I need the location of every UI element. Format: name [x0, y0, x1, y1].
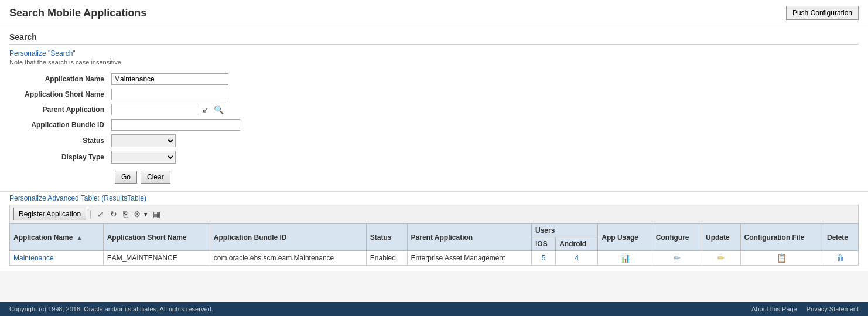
parent-app-clear-icon[interactable]: ↙ [200, 104, 211, 115]
th-android-label: Android [559, 240, 586, 248]
display-type-label: Display Type [21, 149, 108, 165]
parent-application-cell: ↙ 🔍 [108, 102, 244, 117]
parent-application-value: Enterprise Asset Management [411, 254, 505, 262]
th-app-usage-label: App Usage [602, 233, 638, 242]
parent-app-search-icon[interactable]: 🔍 [212, 104, 225, 115]
android-count-link[interactable]: 4 [575, 254, 579, 262]
refresh-icon[interactable]: ↻ [108, 209, 119, 219]
parent-application-row: Parent Application ↙ 🔍 [21, 102, 244, 117]
personalize-advanced-link[interactable]: Personalize Advanced Table: (ResultsTabl… [9, 192, 859, 205]
th-status: Status [366, 224, 407, 251]
expand-icon[interactable]: ⤢ [95, 209, 106, 219]
display-type-select[interactable]: Native Web [111, 151, 176, 164]
gear-dropdown[interactable]: ⚙ ▼ [132, 209, 149, 219]
configure-icon[interactable]: ✏ [674, 253, 681, 263]
application-bundle-id-cell [108, 117, 244, 132]
buttons-row: Go Clear [21, 165, 244, 185]
results-toolbar: Register Application | ⤢ ↻ ⎘ ⚙ ▼ ▦ [9, 205, 859, 223]
th-delete-label: Delete [827, 233, 848, 242]
configuration-file-icon[interactable]: 📋 [777, 253, 787, 263]
cell-parent-application: Enterprise Asset Management [407, 251, 531, 266]
page-title-bar: Search Mobile Applications Push Configur… [0, 0, 868, 26]
search-section-title: Search [9, 32, 859, 45]
cell-status: Enabled [366, 251, 407, 266]
cell-app-usage: 📊 [598, 251, 652, 266]
th-application-name: Application Name ▲ [10, 224, 104, 251]
results-table: Application Name ▲ Application Short Nam… [9, 223, 859, 266]
cell-configuration-file: 📋 [740, 251, 823, 266]
application-name-label: Application Name [21, 72, 108, 87]
status-row: Status Enabled Disabled [21, 132, 244, 149]
status-value: Enabled [370, 254, 396, 262]
th-configure: Configure [652, 224, 702, 251]
parent-application-input[interactable] [111, 104, 199, 115]
th-configure-label: Configure [656, 233, 689, 242]
th-configuration-file-label: Configuration File [744, 233, 805, 242]
clear-button[interactable]: Clear [141, 171, 170, 184]
application-bundle-id-row: Application Bundle ID [21, 117, 244, 132]
detach-icon[interactable]: ⎘ [121, 209, 129, 219]
application-bundle-id-label: Application Bundle ID [21, 117, 108, 132]
results-section: Personalize Advanced Table: (ResultsTabl… [0, 192, 868, 271]
application-name-cell [108, 72, 244, 87]
push-configuration-button[interactable]: Push Configuration [786, 6, 859, 20]
th-users-label: Users [535, 226, 555, 235]
th-android: Android [556, 237, 598, 251]
th-configuration-file: Configuration File [740, 224, 823, 251]
th-status-label: Status [370, 233, 392, 242]
status-select[interactable]: Enabled Disabled [111, 134, 176, 147]
gear-icon[interactable]: ⚙ [132, 209, 143, 219]
cell-configure: ✏ [652, 251, 702, 266]
application-short-name-row: Application Short Name [21, 87, 244, 102]
toolbar-separator: | [90, 209, 92, 219]
personalize-search-link[interactable]: Personalize "Search" [9, 49, 859, 57]
th-update: Update [702, 224, 740, 251]
application-bundle-id-value: com.oracle.ebs.scm.eam.Maintenance [214, 254, 334, 262]
display-type-cell: Native Web [108, 149, 244, 165]
cell-application-name: Maintenance [10, 251, 104, 266]
application-name-input[interactable] [111, 73, 228, 85]
application-short-name-value: EAM_MAINTENANCE [107, 254, 177, 262]
th-users: Users [532, 224, 598, 237]
page-title: Search Mobile Applications [9, 7, 146, 19]
application-short-name-label: Application Short Name [21, 87, 108, 102]
th-application-short-name-label: Application Short Name [107, 233, 187, 242]
update-icon[interactable]: ✏ [717, 253, 725, 263]
th-update-label: Update [706, 233, 730, 242]
th-application-bundle-id: Application Bundle ID [210, 224, 366, 251]
display-type-row: Display Type Native Web [21, 149, 244, 165]
application-short-name-input[interactable] [111, 89, 228, 100]
cell-delete: 🗑 [823, 251, 858, 266]
application-bundle-id-input[interactable] [111, 119, 240, 131]
cell-application-bundle-id: com.oracle.ebs.scm.eam.Maintenance [210, 251, 366, 266]
status-cell: Enabled Disabled [108, 132, 244, 149]
th-ios-label: iOS [535, 240, 548, 248]
th-delete: Delete [823, 224, 858, 251]
sort-icon-application-name[interactable]: ▲ [77, 235, 83, 241]
application-short-name-cell [108, 87, 244, 102]
th-application-short-name: Application Short Name [103, 224, 210, 251]
register-application-button[interactable]: Register Application [13, 208, 86, 220]
th-application-bundle-id-label: Application Bundle ID [214, 233, 287, 242]
th-parent-application: Parent Application [407, 224, 531, 251]
parent-application-label: Parent Application [21, 102, 108, 117]
th-app-usage: App Usage [598, 224, 652, 251]
delete-icon[interactable]: 🗑 [836, 253, 845, 263]
search-note: Note that the search is case insensitive [9, 59, 859, 66]
table-header-row: Application Name ▲ Application Short Nam… [10, 224, 859, 237]
application-name-link[interactable]: Maintenance [13, 254, 54, 262]
gear-dropdown-arrow[interactable]: ▼ [143, 211, 149, 218]
cell-android: 4 [556, 251, 598, 266]
app-usage-icon[interactable]: 📊 [620, 253, 630, 263]
cell-application-short-name: EAM_MAINTENANCE [103, 251, 210, 266]
status-label: Status [21, 132, 108, 149]
search-form: Application Name Application Short Name … [21, 72, 244, 185]
columns-icon[interactable]: ▦ [151, 209, 162, 219]
ios-count-link[interactable]: 5 [542, 254, 546, 262]
search-section: Search Personalize "Search" Note that th… [0, 26, 868, 192]
cell-update: ✏ [702, 251, 740, 266]
th-application-name-label: Application Name [13, 233, 73, 242]
table-row: Maintenance EAM_MAINTENANCE com.oracle.e… [10, 251, 859, 266]
go-button[interactable]: Go [115, 171, 137, 184]
th-parent-application-label: Parent Application [411, 233, 473, 242]
